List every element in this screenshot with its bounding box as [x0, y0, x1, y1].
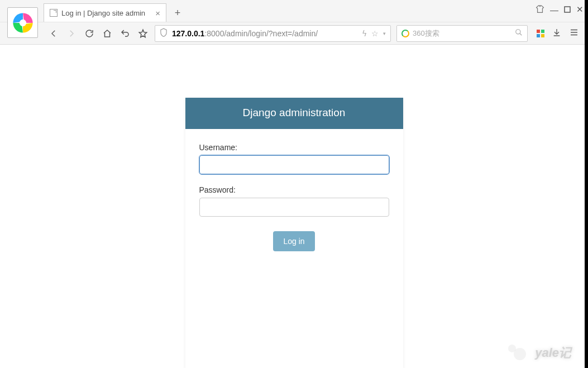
- login-button[interactable]: Log in: [273, 231, 314, 251]
- address-bar[interactable]: 127.0.0.1:8000/admin/login/?next=/admin/…: [155, 25, 391, 42]
- svg-point-2: [516, 30, 520, 34]
- login-card: Django administration Username: Password…: [185, 98, 403, 368]
- maximize-icon[interactable]: [564, 5, 571, 15]
- password-input[interactable]: [199, 198, 389, 217]
- home-button[interactable]: [101, 27, 113, 40]
- svg-rect-1: [565, 7, 570, 12]
- login-form: Username: Password: Log in: [185, 129, 403, 268]
- shield-icon: [160, 28, 168, 39]
- apps-grid-icon[interactable]: [537, 30, 544, 37]
- username-label: Username:: [199, 143, 389, 152]
- search-placeholder: 360搜索: [413, 28, 439, 39]
- search-engine-icon: [401, 30, 409, 37]
- watermark-icon: [508, 345, 530, 361]
- address-dropdown-icon[interactable]: ▾: [383, 31, 386, 36]
- minimize-icon[interactable]: —: [550, 5, 558, 15]
- forward-button[interactable]: [65, 27, 78, 40]
- browser-brand-icon: [7, 7, 38, 38]
- search-icon[interactable]: [515, 28, 523, 38]
- window-edge: [585, 0, 588, 368]
- undo-button[interactable]: [119, 27, 131, 40]
- page-favicon-icon: [50, 9, 58, 17]
- menu-icon[interactable]: [569, 27, 579, 40]
- downloads-icon[interactable]: [552, 28, 561, 39]
- toolbar-right: [533, 27, 582, 40]
- close-window-icon[interactable]: ✕: [576, 4, 584, 15]
- favorite-icon[interactable]: ☆: [371, 29, 379, 38]
- password-label: Password:: [199, 185, 389, 194]
- browser-tab[interactable]: Log in | Django site admin ×: [44, 3, 166, 22]
- url-host: 127.0.0.1: [172, 29, 204, 38]
- window-controls: — ✕: [536, 4, 584, 15]
- new-tab-button[interactable]: +: [169, 6, 187, 20]
- search-box[interactable]: 360搜索: [396, 25, 528, 42]
- url-path: :8000/admin/login/?next=/admin/: [204, 29, 318, 38]
- skin-icon[interactable]: [536, 5, 544, 15]
- tab-title: Log in | Django site admin: [61, 9, 145, 17]
- login-header: Django administration: [185, 98, 403, 129]
- titlebar: Log in | Django site admin × + — ✕: [0, 0, 588, 22]
- svg-point-0: [19, 19, 26, 26]
- flash-icon[interactable]: ϟ: [362, 29, 367, 38]
- page-viewport: Django administration Username: Password…: [0, 45, 588, 368]
- toolbar: 127.0.0.1:8000/admin/login/?next=/admin/…: [0, 22, 588, 45]
- back-button[interactable]: [47, 27, 60, 40]
- bookmark-star-button[interactable]: [137, 27, 149, 40]
- browser-window: Log in | Django site admin × + — ✕: [0, 0, 588, 368]
- reload-button[interactable]: [83, 27, 95, 40]
- url-text: 127.0.0.1:8000/admin/login/?next=/admin/: [172, 29, 357, 38]
- username-input[interactable]: [199, 155, 389, 174]
- tab-close-icon[interactable]: ×: [150, 8, 160, 18]
- watermark-text: yale记: [535, 345, 571, 361]
- watermark: yale记: [508, 345, 571, 361]
